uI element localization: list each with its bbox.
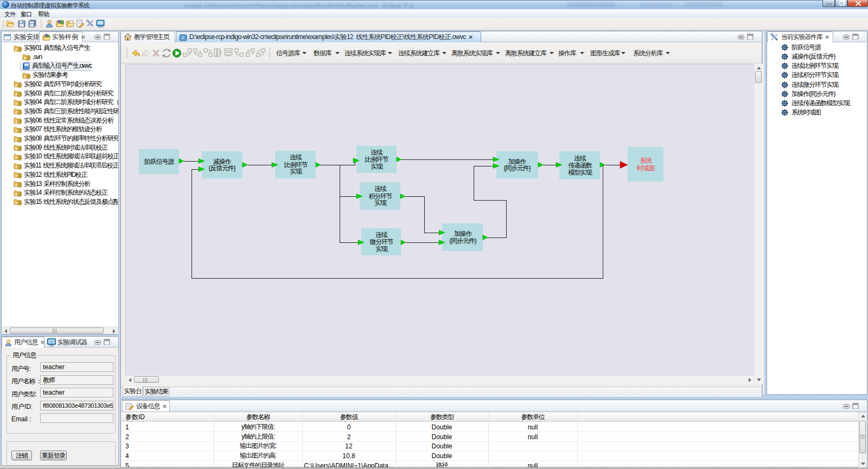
svg-text:连续: 连续 (574, 155, 586, 162)
svg-text:连续: 连续 (371, 149, 383, 156)
svg-text:实现: 实现 (371, 163, 384, 170)
svg-text:时域图: 时域图 (637, 164, 655, 172)
svg-text:传递函数: 传递函数 (568, 162, 592, 169)
svg-text:(同步元件): (同步元件) (504, 164, 531, 172)
svg-text:阶跃信号源: 阶跃信号源 (144, 158, 174, 165)
svg-text:(反馈元件): (反馈元件) (209, 164, 236, 172)
svg-text:加操作: 加操作 (454, 230, 473, 237)
svg-text:实现: 实现 (375, 245, 388, 253)
svg-text:连续: 连续 (375, 231, 388, 239)
svg-text:比例环节: 比例环节 (365, 156, 388, 163)
svg-text:连续: 连续 (374, 185, 387, 192)
svg-text:(同步元件): (同步元件) (450, 237, 477, 245)
svg-text:实现: 实现 (374, 199, 387, 207)
svg-text:系统: 系统 (640, 157, 652, 164)
svg-text:微分环节: 微分环节 (369, 238, 393, 246)
svg-text:模型实现: 模型实现 (568, 169, 592, 176)
svg-text:连续: 连续 (290, 153, 302, 161)
svg-text:实现: 实现 (290, 168, 303, 175)
